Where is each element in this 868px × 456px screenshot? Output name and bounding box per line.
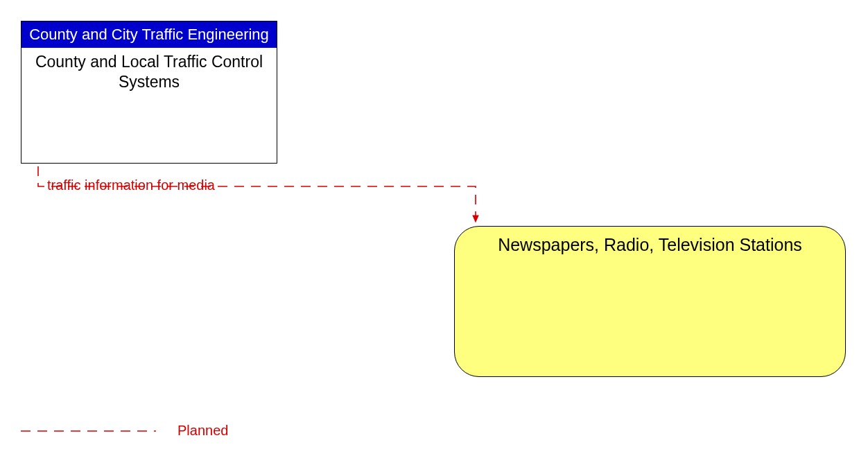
target-node: Newspapers, Radio, Television Stations bbox=[454, 226, 846, 377]
legend-label: Planned bbox=[177, 423, 228, 439]
source-node: County and City Traffic Engineering Coun… bbox=[21, 21, 277, 164]
flow-label: traffic information for media bbox=[47, 177, 215, 193]
flow-line bbox=[38, 166, 476, 222]
source-body: County and Local Traffic Control Systems bbox=[21, 48, 277, 163]
target-label: Newspapers, Radio, Television Stations bbox=[498, 235, 802, 254]
source-header: County and City Traffic Engineering bbox=[21, 21, 277, 48]
